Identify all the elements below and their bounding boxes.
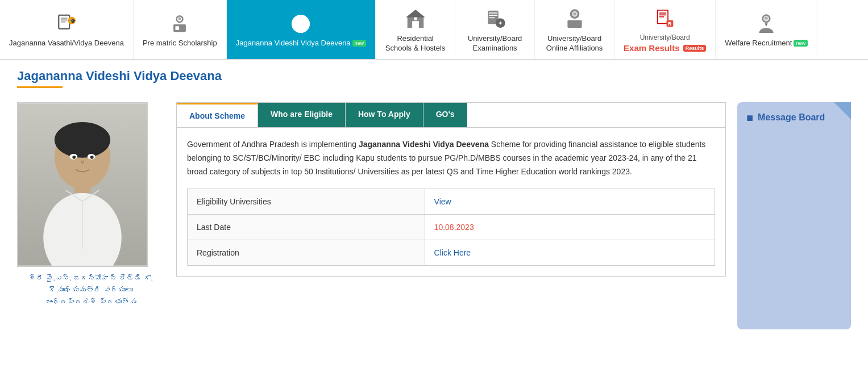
info-table: Eligibility Universities View Last Date …: [187, 189, 715, 266]
tab-apply[interactable]: How To Apply: [346, 103, 423, 127]
svg-point-11: [178, 17, 181, 20]
svg-point-52: [90, 156, 94, 159]
svg-rect-9: [176, 26, 180, 30]
nav-label-welfare: Welfare Recruitmentnew: [725, 39, 808, 48]
svg-point-48: [55, 122, 110, 158]
svg-text:R: R: [668, 20, 671, 26]
tab-eligible[interactable]: Who are Eligible: [258, 103, 346, 127]
exam-icon: [481, 6, 509, 32]
message-board-title: Message Board: [758, 112, 825, 124]
message-board-header: ■ Message Board: [746, 111, 842, 124]
table-row: Eligibility Universities View: [188, 189, 715, 215]
nav-label-prematric: Pre matric Scholarship: [143, 39, 217, 48]
content-area: About Scheme Who are Eligible How To App…: [176, 102, 726, 329]
scheme-name: Jagananna Videshi Vidya Deevena: [359, 140, 489, 149]
svg-rect-20: [412, 21, 419, 28]
nav-item-examinations[interactable]: University/Board Examinations: [455, 0, 535, 59]
page-title-section: Jagananna Videshi Vidya Deevana: [0, 60, 868, 91]
svg-rect-30: [567, 20, 582, 28]
svg-rect-37: [659, 16, 664, 17]
corner-fold: [834, 102, 851, 119]
student-book-icon: 🎓: [52, 11, 81, 36]
svg-rect-21: [414, 18, 417, 20]
eligibility-view-link[interactable]: View: [434, 197, 451, 206]
residential-icon: [401, 6, 430, 32]
tab-gos[interactable]: GO's: [423, 103, 467, 127]
table-row: Registration Click Here: [188, 240, 715, 266]
svg-point-51: [72, 156, 76, 159]
top-nav: 🎓 Jagananna Vasathi/Vidya Deevena Pre ma…: [0, 0, 868, 60]
svg-rect-2: [61, 18, 68, 19]
nav-item-affiliations[interactable]: University/Board Online Affiliations: [535, 0, 614, 59]
svg-marker-19: [406, 10, 425, 17]
svg-rect-23: [489, 12, 497, 14]
message-icon: ■: [746, 111, 753, 124]
svg-rect-35: [659, 12, 666, 14]
main-container: శ్రీ వై.ఎస్. జగన్మోహన్ రెడ్డి గా. గౌ.ముఖ…: [0, 91, 868, 341]
eligibility-label: Eligibility Universities: [188, 189, 425, 215]
nav-item-residential[interactable]: Residential Schools & Hostels: [376, 0, 455, 59]
registration-link[interactable]: Click Here: [434, 248, 471, 257]
person-caption: శ్రీ వై.ఎస్. జగన్మోహన్ రెడ్డి గా. గౌ.ముఖ…: [17, 273, 165, 308]
globe-icon: [286, 11, 315, 36]
scheme-content-box: Government of Andhra Pradesh is implemen…: [176, 127, 726, 277]
new-badge: new: [352, 40, 367, 47]
svg-rect-4: [61, 21, 65, 22]
svg-rect-25: [489, 18, 495, 19]
nav-label-videshi: Jagananna Videshi Vidya Deevenanew: [236, 39, 366, 48]
nav-label-vasathi: Jagananna Vasathi/Vidya Deevena: [9, 39, 124, 48]
nav-label-results: University/Board Exam Results Results: [624, 34, 706, 53]
last-date-value: 10.08.2023: [434, 223, 474, 232]
nav-item-welfare[interactable]: Welfare Recruitmentnew: [716, 0, 817, 59]
nav-item-results[interactable]: R University/Board Exam Results Results: [614, 0, 716, 59]
nav-label-residential: Residential Schools & Hostels: [385, 34, 446, 53]
page-title: Jagananna Videshi Vidya Deevana: [17, 69, 851, 83]
svg-rect-3: [61, 19, 68, 20]
nav-item-videshi[interactable]: Jagananna Videshi Vidya Deevenanew: [227, 0, 376, 59]
welfare-new-badge: new: [794, 40, 808, 47]
right-panel: ■ Message Board: [737, 102, 851, 329]
results-icon: R: [651, 6, 679, 31]
nav-item-prematric[interactable]: Pre matric Scholarship: [134, 0, 227, 59]
svg-rect-24: [489, 15, 497, 16]
scheme-description: Government of Andhra Pradesh is implemen…: [187, 138, 715, 178]
nav-label-affiliations: University/Board Online Affiliations: [546, 34, 603, 53]
svg-point-32: [573, 12, 576, 15]
svg-point-42: [765, 16, 768, 19]
message-board: ■ Message Board: [737, 102, 851, 329]
last-date-label: Last Date: [188, 215, 425, 240]
tab-about[interactable]: About Scheme: [177, 103, 258, 127]
svg-text:🎓: 🎓: [70, 18, 76, 24]
svg-rect-36: [659, 14, 666, 15]
svg-rect-8: [173, 24, 186, 31]
svg-point-17: [292, 15, 309, 32]
table-row: Last Date 10.08.2023: [188, 215, 715, 240]
title-underline: [17, 86, 63, 88]
registration-label: Registration: [188, 240, 425, 266]
nav-label-examinations: University/Board Examinations: [468, 34, 522, 53]
person-photo: [17, 102, 148, 267]
prematric-icon: [165, 11, 194, 36]
left-image-panel: శ్రీ వై.ఎస్. జగన్మోహన్ రెడ్డి గా. గౌ.ముఖ…: [17, 102, 165, 329]
welfare-icon: [752, 11, 780, 36]
tabs-container: About Scheme Who are Eligible How To App…: [176, 102, 726, 127]
nav-item-vasathi[interactable]: 🎓 Jagananna Vasathi/Vidya Deevena: [0, 0, 134, 59]
affiliations-icon: [560, 6, 589, 32]
